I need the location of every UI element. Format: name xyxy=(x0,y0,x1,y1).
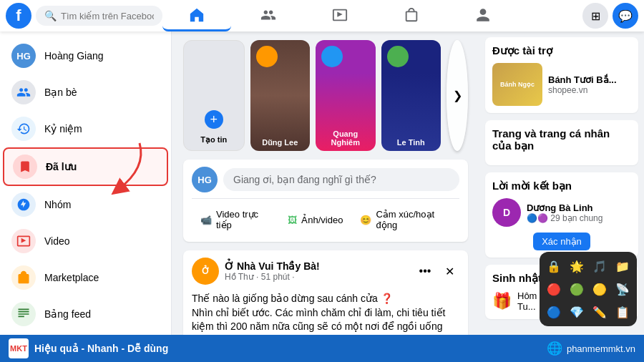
sponsored-url: shopee.vn xyxy=(548,85,617,95)
search-box[interactable]: 🔍 xyxy=(36,6,162,26)
nav-marketplace[interactable] xyxy=(377,0,446,31)
story-avatar-2 xyxy=(321,46,343,67)
sponsored-section: Được tài trợ Bánh Ngọc Bánh Tươi Bắ... s… xyxy=(485,37,638,113)
story-next-btn[interactable]: ❯ xyxy=(447,40,468,151)
emoji-item[interactable]: 📋 xyxy=(613,302,633,322)
friend-request-section: Lời mời kết bạn D Dương Bà Linh 🔵🟣 29 bạ… xyxy=(485,172,638,258)
nav-home[interactable] xyxy=(162,0,231,31)
post-box: HG Giang ơi, bạn đang nghĩ gì thế? 📹 Vid… xyxy=(183,160,468,242)
emoji-item[interactable]: 🔴 xyxy=(544,279,564,299)
pages-section: Trang và trang cá nhân của bạn xyxy=(485,120,638,165)
sidebar-video-label: Video xyxy=(44,235,70,247)
facebook-logo[interactable]: f xyxy=(6,3,31,29)
apps-button[interactable]: ⊞ xyxy=(582,3,608,29)
photo-label: Ảnh/video xyxy=(301,215,343,225)
nav-friends[interactable] xyxy=(234,0,303,31)
bottom-url: phanmemmkt.vn xyxy=(567,343,635,354)
create-story-card[interactable]: + Tạo tin xyxy=(183,40,245,151)
post-input[interactable]: Giang ơi, bạn đang nghĩ gì thế? xyxy=(223,168,459,191)
sidebar-item-feed[interactable]: Bảng feed xyxy=(3,296,168,332)
emoji-item[interactable]: ✏️ xyxy=(590,302,610,322)
sidebar-feed-label: Bảng feed xyxy=(44,308,91,320)
feeling-btn[interactable]: 😊 Cảm xúc/hoạt động xyxy=(351,205,459,235)
friend-mutual: 🔵🟣 29 bạn chung xyxy=(527,213,631,223)
emoji-item[interactable]: 🔵 xyxy=(544,302,564,322)
memories-icon xyxy=(11,117,36,141)
post-header: Ở Ở Nhà Vui Thầy Bà! Hồ Thư · 51 phút · … xyxy=(183,250,468,292)
emoji-item[interactable]: 🔒 xyxy=(544,256,564,276)
sidebar-user[interactable]: HG Hoàng Giang xyxy=(3,38,168,74)
messenger-button[interactable]: 💬 xyxy=(613,3,638,29)
post-meta: Ở Nhà Vui Thầy Bà! Hồ Thư · 51 phút · xyxy=(225,260,409,282)
emoji-item[interactable]: 🟡 xyxy=(590,279,610,299)
bottom-left: MKT Hiệu quả - Nhanh - Dễ dùng xyxy=(9,338,168,358)
sponsored-title: Được tài trợ xyxy=(492,44,631,57)
photo-video-btn[interactable]: 🖼 Ảnh/video xyxy=(279,205,351,235)
sidebar-item-groups[interactable]: Nhóm xyxy=(3,187,168,222)
bottom-bar: MKT Hiệu quả - Nhanh - Dễ dùng 🌐 phanmem… xyxy=(0,335,644,362)
friend-avatar: D xyxy=(492,198,521,227)
sidebar-item-marketplace[interactable]: Marketplace xyxy=(3,260,168,295)
nav-profile[interactable] xyxy=(449,0,517,31)
pages-title: Trang và trang cá nhân của bạn xyxy=(492,127,631,152)
create-plus-icon: + xyxy=(205,110,223,129)
sidebar-item-memories[interactable]: Kỷ niệm xyxy=(3,111,168,147)
sidebar-saved-label: Đã lưu xyxy=(46,161,77,172)
sidebar-item-video[interactable]: Video xyxy=(3,223,168,259)
video-icon xyxy=(11,229,36,253)
sidebar-memories-label: Kỷ niệm xyxy=(44,123,82,134)
post-header-actions: ••• ✕ xyxy=(415,261,459,281)
live-label: Video trực tiếp xyxy=(216,209,270,230)
friend-suggest: D Dương Bà Linh 🔵🟣 29 bạn chung xyxy=(492,198,631,227)
emoji-item[interactable]: 📁 xyxy=(613,256,633,276)
user-avatar: HG xyxy=(11,44,36,68)
friends-icon xyxy=(11,80,36,104)
emoji-item[interactable]: 🌟 xyxy=(567,256,587,276)
globe-icon: 🌐 xyxy=(547,341,562,356)
bottom-right: 🌐 phanmemmkt.vn xyxy=(547,341,635,356)
search-icon: 🔍 xyxy=(44,10,57,21)
sponsored-info: Bánh Tươi Bắ... shopee.vn xyxy=(548,74,617,95)
feed-icon xyxy=(11,302,36,326)
top-nav: f 🔍 ⊞ 💬 xyxy=(0,0,644,31)
sponsored-card: Bánh Ngọc Bánh Tươi Bắ... shopee.vn xyxy=(492,63,631,106)
birthday-icon: 🎁 xyxy=(492,292,512,310)
live-video-btn[interactable]: 📹 Video trực tiếp xyxy=(192,205,279,235)
nav-center xyxy=(162,0,517,31)
post-page-avatar: Ở xyxy=(192,258,219,285)
nav-right: ⊞ 💬 xyxy=(517,3,638,29)
story-avatar-3 xyxy=(387,46,409,67)
post-close-btn[interactable]: ✕ xyxy=(439,261,459,281)
create-story-label: Tạo tin xyxy=(200,135,227,145)
story-card-2[interactable]: Quang Nghiêm xyxy=(316,40,376,151)
bottom-tagline: Hiệu quả - Nhanh - Dễ dùng xyxy=(34,343,168,354)
sidebar-marketplace-label: Marketplace xyxy=(44,272,99,283)
emoji-item[interactable]: 💎 xyxy=(567,302,587,322)
sidebar: HG Hoàng Giang Bạn bè Kỷ niệm Đã lưu xyxy=(0,31,172,362)
emoji-item[interactable]: 🟢 xyxy=(567,279,587,299)
sponsored-image: Bánh Ngọc xyxy=(492,63,542,106)
story-label-2: Quang Nghiêm xyxy=(318,129,373,147)
mkt-logo: MKT xyxy=(9,338,29,358)
feed: + Tạo tin Dũng Lee Quang Nghiêm Le Tinh … xyxy=(172,31,479,362)
user-name: Hoàng Giang xyxy=(44,50,104,62)
live-icon: 📹 xyxy=(200,215,212,225)
post-more-btn[interactable]: ••• xyxy=(415,261,435,281)
search-input[interactable] xyxy=(61,11,154,21)
nav-watch[interactable] xyxy=(306,0,374,31)
confirm-button[interactable]: Xác nhận xyxy=(533,233,590,250)
story-card-1[interactable]: Dũng Lee xyxy=(250,40,311,151)
feeling-label: Cảm xúc/hoạt động xyxy=(376,209,451,230)
marketplace-icon xyxy=(11,265,36,290)
emoji-item[interactable]: 📡 xyxy=(613,279,633,299)
story-label-3: Le Tinh xyxy=(384,138,439,147)
friend-info: Dương Bà Linh 🔵🟣 29 bạn chung xyxy=(527,202,631,223)
friend-name: Dương Bà Linh xyxy=(527,202,631,213)
sidebar-item-friends[interactable]: Bạn bè xyxy=(3,74,168,110)
emoji-item[interactable]: 🎵 xyxy=(590,256,610,276)
sidebar-groups-label: Nhóm xyxy=(44,199,71,210)
photo-icon: 🖼 xyxy=(288,215,297,225)
sponsored-name: Bánh Tươi Bắ... xyxy=(548,74,617,85)
story-card-3[interactable]: Le Tinh xyxy=(381,40,441,151)
sidebar-item-saved[interactable]: Đã lưu xyxy=(3,147,168,186)
